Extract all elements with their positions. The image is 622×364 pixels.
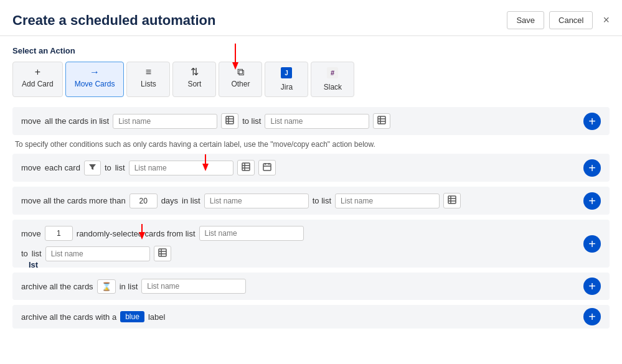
row1-move-text: move xyxy=(21,116,41,126)
tab-add-card-label: Add Card xyxy=(22,80,54,88)
row2-table-icon-btn[interactable] xyxy=(237,160,255,175)
row2-each-card-text: each card xyxy=(45,163,80,172)
row3-number-input[interactable] xyxy=(130,194,158,208)
row3-table-icon-btn[interactable] xyxy=(443,193,461,208)
tab-sort[interactable]: ⇅ Sort xyxy=(172,62,216,97)
row5-in-list-text: in list xyxy=(120,282,138,291)
svg-text:J: J xyxy=(285,70,289,77)
row4-to-text: to xyxy=(21,249,28,258)
action-row-1: move all the cards in list to list xyxy=(12,107,610,135)
row2-to-text: to xyxy=(105,163,111,172)
row3-list1-input[interactable] xyxy=(204,194,309,208)
action-row-3-wrapper: move all the cards more than days in lis… xyxy=(12,187,610,215)
row1-table-icon-btn-1[interactable] xyxy=(221,113,238,129)
row5-add-button[interactable]: + xyxy=(583,278,601,295)
row3-list2-input[interactable] xyxy=(335,194,440,208)
row6-color-label: blue xyxy=(120,311,144,322)
section-label: Select an Action xyxy=(12,46,610,55)
row2-calendar-btn[interactable] xyxy=(258,160,276,175)
row4-line2: to list xyxy=(21,246,601,261)
row2-add-button[interactable]: + xyxy=(583,159,601,177)
row1-to-list-text: to list xyxy=(242,116,261,126)
action-row-6: archive all the cards with a blue label … xyxy=(12,305,610,329)
cancel-button[interactable]: Cancel xyxy=(549,11,593,29)
slack-icon: # xyxy=(327,67,338,80)
modal-header: Create a scheduled automation Save Cance… xyxy=(0,0,622,36)
row4-number-input[interactable] xyxy=(45,226,73,241)
add-card-icon: + xyxy=(35,67,40,77)
row4-line1: move randomly-selected cards from list xyxy=(21,226,601,241)
modal-body: Select an Action + Add Card → Move Cards… xyxy=(0,36,622,364)
row6-archive-text: archive all the cards with a xyxy=(21,312,116,322)
row5-hourglass-btn[interactable]: ⌛ xyxy=(97,279,116,294)
row1-all-cards-text: all the cards in list xyxy=(45,116,109,126)
row4-randomly-text: randomly-selected cards from list xyxy=(77,229,196,238)
sort-icon: ⇅ xyxy=(191,67,199,77)
action-row-6-wrapper: archive all the cards with a blue label … xyxy=(12,305,610,329)
row1-table-icon-btn-2[interactable] xyxy=(373,113,390,129)
action-row-5: archive all the cards ⌛ in list + xyxy=(12,273,610,300)
svg-rect-16 xyxy=(263,164,271,170)
jira-icon: J xyxy=(281,67,292,80)
lists-icon: ≡ xyxy=(146,67,151,77)
close-button[interactable]: × xyxy=(603,14,610,27)
tab-slack-label: Slack xyxy=(324,83,342,91)
action-row-4-wrapper: move randomly-selected cards from list t… xyxy=(12,220,610,268)
tab-add-card[interactable]: + Add Card xyxy=(12,62,63,97)
action-row-5-wrapper: archive all the cards ⌛ in list + xyxy=(12,273,610,300)
svg-rect-20 xyxy=(448,196,456,203)
tab-move-cards-label: Move Cards xyxy=(75,80,115,88)
row5-archive-text: archive all the cards xyxy=(21,282,93,291)
row4-list2-input[interactable] xyxy=(45,246,150,261)
svg-rect-24 xyxy=(159,249,166,256)
action-row-3: move all the cards more than days in lis… xyxy=(12,187,610,215)
row3-in-list-text: in list xyxy=(182,196,200,205)
row2-filter-button[interactable] xyxy=(84,161,101,175)
svg-text:#: # xyxy=(331,69,334,77)
tab-sort-label: Sort xyxy=(187,80,201,88)
tab-lists[interactable]: ≡ Lists xyxy=(126,62,170,97)
tab-jira-label: Jira xyxy=(281,83,293,91)
row4-table-icon-btn[interactable] xyxy=(154,246,171,261)
row2-move-text: move xyxy=(21,163,41,172)
move-cards-icon: → xyxy=(90,67,100,77)
modal-title: Create a scheduled automation xyxy=(12,12,215,29)
svg-rect-12 xyxy=(242,163,250,170)
modal: Create a scheduled automation Save Cance… xyxy=(0,0,622,364)
action-row-1-wrapper: move all the cards in list to list xyxy=(12,107,610,149)
row1-list1-input[interactable] xyxy=(113,114,217,129)
row4-move-text: move xyxy=(21,229,41,238)
row6-add-button[interactable]: + xyxy=(583,308,601,325)
row3-add-button[interactable]: + xyxy=(583,192,601,210)
tab-jira[interactable]: J Jira xyxy=(265,62,308,97)
row3-move-text: move all the cards more than xyxy=(21,196,126,205)
other-icon: ⧉ xyxy=(237,67,244,77)
row4-list1-input[interactable] xyxy=(199,226,304,241)
row1-info-text: To specify other conditions such as only… xyxy=(12,140,610,149)
tab-other[interactable]: ⧉ Other xyxy=(219,62,262,97)
action-row-4: move randomly-selected cards from list t… xyxy=(12,220,610,268)
row3-days-text: days xyxy=(161,196,178,205)
svg-rect-8 xyxy=(378,116,385,124)
row4-list-text: list xyxy=(32,249,42,258)
action-tabs: + Add Card → Move Cards ≡ Lists ⇅ Sort ⧉… xyxy=(12,62,610,97)
row6-label-text: label xyxy=(148,312,165,322)
action-row-2: move each card to list xyxy=(12,154,610,182)
tab-slack[interactable]: # Slack xyxy=(311,62,354,97)
row2-list-text: list xyxy=(115,163,125,172)
row1-list2-input[interactable] xyxy=(265,114,369,129)
row5-list-input[interactable] xyxy=(141,279,246,294)
row1-add-button[interactable]: + xyxy=(583,113,601,130)
tab-move-cards[interactable]: → Move Cards xyxy=(65,62,125,97)
save-button[interactable]: Save xyxy=(507,11,544,29)
row4-add-button[interactable]: + xyxy=(583,235,601,253)
row3-to-list-text: to list xyxy=(313,196,331,205)
tab-lists-label: Lists xyxy=(141,80,156,88)
svg-rect-4 xyxy=(226,116,233,124)
tab-other-label: Other xyxy=(231,80,250,88)
row2-list-input[interactable] xyxy=(129,161,233,175)
action-row-2-wrapper: move each card to list xyxy=(12,154,610,182)
modal-actions: Save Cancel × xyxy=(507,11,610,29)
